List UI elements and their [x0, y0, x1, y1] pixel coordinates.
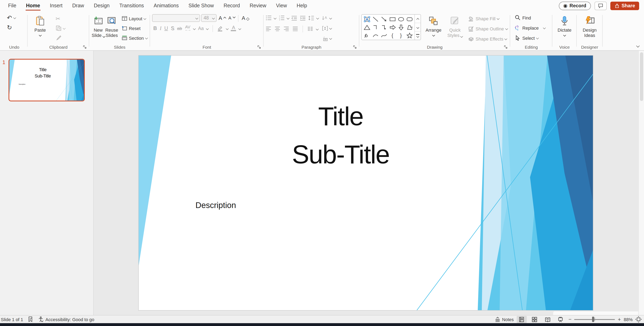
- shape-arc[interactable]: [371, 32, 380, 39]
- align-center-icon[interactable]: [274, 26, 280, 31]
- select-button[interactable]: Select: [514, 34, 539, 42]
- shape-down-arrow[interactable]: [397, 23, 405, 31]
- shape-rounded-rectangle[interactable]: [405, 15, 414, 23]
- accessibility-checker-button[interactable]: Accessibility: Good to go: [38, 316, 94, 322]
- convert-smartart-button[interactable]: [321, 34, 332, 42]
- copy-button[interactable]: [55, 24, 66, 32]
- shape-oval[interactable]: [397, 15, 405, 23]
- shape-elbow-arrow-connector[interactable]: [380, 23, 388, 31]
- shape-line[interactable]: [371, 15, 380, 23]
- chevron-down-icon[interactable]: [39, 34, 42, 36]
- menu-tab-record[interactable]: Record: [219, 0, 245, 11]
- slide-sorter-view-button[interactable]: [530, 316, 540, 323]
- notes-splitter[interactable]: [553, 312, 638, 315]
- zoom-slider-thumb[interactable]: [592, 317, 594, 322]
- shape-freeform[interactable]: [405, 23, 414, 31]
- increase-font-size-button[interactable]: A: [218, 14, 226, 22]
- slide-title-placeholder[interactable]: Title Sub-Title: [154, 97, 527, 174]
- notes-button[interactable]: Notes: [495, 317, 514, 322]
- gallery-scroll-up[interactable]: [415, 14, 420, 23]
- zoom-in-button[interactable]: +: [618, 317, 621, 322]
- menu-tab-review[interactable]: Review: [245, 0, 271, 11]
- decrease-indent-icon[interactable]: [291, 15, 297, 20]
- strikethrough-icon[interactable]: ab: [177, 26, 182, 31]
- menu-tab-slideshow[interactable]: Slide Show: [184, 0, 219, 11]
- align-text-button[interactable]: [321, 24, 332, 32]
- italic-icon[interactable]: I: [160, 25, 162, 32]
- align-left-icon[interactable]: [266, 26, 271, 31]
- chevron-down-icon[interactable]: [274, 16, 276, 19]
- reading-view-button[interactable]: [542, 316, 553, 323]
- vertical-scrollbar[interactable]: [638, 51, 644, 315]
- dictate-button[interactable]: Dictate: [554, 14, 575, 36]
- menu-tab-design[interactable]: Design: [89, 0, 114, 11]
- shape-right-brace[interactable]: }: [397, 32, 405, 39]
- chevron-down-icon[interactable]: [316, 28, 318, 30]
- fit-slide-button[interactable]: [636, 316, 642, 322]
- slide-description-text[interactable]: Description: [19, 84, 25, 85]
- numbering-icon[interactable]: 123: [278, 15, 284, 21]
- paragraph-dialog-launcher[interactable]: [353, 45, 357, 49]
- menu-tab-draw[interactable]: Draw: [67, 0, 89, 11]
- slide-title-placeholder[interactable]: Title Sub-Title: [12, 66, 74, 79]
- section-button[interactable]: Section: [121, 34, 148, 42]
- new-slide-button[interactable]: New Slide: [91, 14, 105, 38]
- chevron-down-icon[interactable]: [316, 16, 319, 19]
- menu-tab-insert[interactable]: Insert: [45, 0, 68, 11]
- drawing-dialog-launcher[interactable]: [504, 45, 508, 49]
- clear-formatting-button[interactable]: A: [241, 14, 250, 22]
- font-dialog-launcher[interactable]: [257, 45, 261, 49]
- shape-fill-button[interactable]: Shape Fill: [467, 14, 508, 23]
- decrease-font-size-button[interactable]: A: [228, 14, 236, 22]
- record-button[interactable]: ◉ Record: [559, 2, 591, 10]
- clipboard-dialog-launcher[interactable]: [83, 45, 87, 49]
- bullets-icon[interactable]: [266, 15, 272, 21]
- menu-tab-file[interactable]: File: [3, 0, 21, 11]
- zoom-slider[interactable]: [574, 319, 615, 320]
- slide-description-text[interactable]: Description: [196, 201, 236, 210]
- shape-elbow-connector[interactable]: [371, 23, 380, 31]
- font-size-combobox[interactable]: 48: [201, 14, 216, 22]
- share-button[interactable]: Share: [610, 2, 639, 10]
- line-spacing-icon[interactable]: [308, 15, 314, 20]
- chevron-down-icon[interactable]: [206, 27, 209, 30]
- shape-isosceles-triangle[interactable]: [363, 23, 371, 31]
- slide-thumbnail[interactable]: Title Sub-Title Description: [8, 59, 85, 101]
- collapse-ribbon-chevron-icon[interactable]: [636, 44, 640, 48]
- text-direction-button[interactable]: A: [321, 14, 332, 22]
- columns-icon[interactable]: [308, 26, 313, 31]
- shape-curve[interactable]: [380, 32, 388, 39]
- chevron-down-icon[interactable]: [563, 34, 566, 36]
- find-button[interactable]: Find: [514, 14, 532, 22]
- quick-styles-button[interactable]: Quick Styles: [446, 14, 464, 38]
- font-name-combobox[interactable]: [152, 14, 200, 22]
- chevron-down-icon[interactable]: [543, 26, 546, 29]
- increase-indent-icon[interactable]: [300, 15, 306, 20]
- format-painter-button[interactable]: [55, 34, 66, 42]
- layout-button[interactable]: Layout: [121, 14, 148, 23]
- menu-tab-view[interactable]: View: [271, 0, 292, 11]
- menu-tab-animations[interactable]: Animations: [149, 0, 184, 11]
- chevron-down-icon[interactable]: [286, 16, 289, 19]
- gallery-more-button[interactable]: [415, 32, 420, 40]
- comments-button[interactable]: [594, 2, 606, 10]
- shape-star[interactable]: [405, 32, 414, 39]
- gallery-scroll-down[interactable]: [415, 23, 420, 32]
- align-right-icon[interactable]: [284, 26, 289, 31]
- chevron-down-icon[interactable]: [212, 16, 214, 19]
- slide-thumbnail-canvas[interactable]: Title Sub-Title Description: [9, 60, 84, 101]
- menu-tab-help[interactable]: Help: [292, 0, 312, 11]
- shape-scribble[interactable]: [363, 32, 371, 39]
- normal-view-button[interactable]: [517, 316, 527, 323]
- spell-check-button[interactable]: [28, 316, 33, 322]
- slide-canvas[interactable]: Title Sub-Title Description: [139, 56, 593, 310]
- slideshow-view-button[interactable]: [556, 316, 566, 323]
- chevron-down-icon[interactable]: [13, 16, 16, 19]
- replace-button[interactable]: bc Replace: [514, 24, 546, 32]
- arrange-button[interactable]: Arrange: [424, 14, 444, 36]
- shape-rectangle[interactable]: [388, 15, 396, 23]
- shape-effects-button[interactable]: Shape Effects: [467, 34, 508, 43]
- scrollbar-thumb[interactable]: [640, 52, 643, 101]
- undo-button[interactable]: ↶: [6, 14, 16, 22]
- font-color-icon[interactable]: A: [231, 26, 236, 31]
